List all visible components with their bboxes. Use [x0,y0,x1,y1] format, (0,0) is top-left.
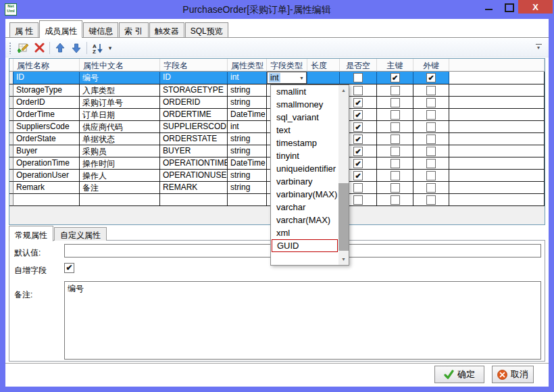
cell-property-name[interactable]: OrderTime [14,109,80,121]
cell-primary-key-checkbox[interactable] [377,145,413,157]
cell-primary-key-checkbox[interactable] [377,170,413,182]
primary-key-checkbox[interactable] [391,183,400,193]
cell-property-type[interactable]: int [228,72,267,84]
primary-key-checkbox[interactable] [391,147,400,156]
cell-chinese-name[interactable]: 入库类型 [80,84,160,97]
nullable-checkbox[interactable]: ✔ [353,134,363,144]
cell-property-name[interactable]: ID [14,72,80,84]
column-header[interactable]: 主键 [377,59,413,72]
cell-primary-key-checkbox[interactable] [377,182,413,194]
cell-field-name[interactable]: OPERATIONUSER [160,170,228,182]
column-header[interactable]: 属性名称 [14,59,80,72]
toolbar-overflow-button[interactable]: ▾ [534,44,543,49]
cell-property-name[interactable]: OrderID [14,97,80,109]
nullable-checkbox[interactable] [353,195,363,205]
cell-chinese-name[interactable]: 订单日期 [80,109,160,121]
sort-button[interactable]: A Z [89,41,105,55]
cell-foreign-key-checkbox[interactable] [413,194,449,206]
cell-primary-key-checkbox[interactable] [377,121,413,133]
nullable-checkbox[interactable]: ✔ [353,110,363,120]
maximize-button[interactable] [500,0,519,15]
cell-field-name[interactable]: ID [160,72,228,84]
foreign-key-checkbox[interactable] [426,134,436,144]
dropdown-item-uniqueidentifier[interactable]: uniqueidentifier [272,162,338,175]
primary-key-checkbox[interactable] [391,110,400,120]
tab-properties[interactable]: 属 性 [9,22,39,37]
scrollbar-thumb[interactable] [338,183,349,251]
auto-increment-checkbox[interactable]: ✔ [64,263,74,273]
cell-property-type[interactable]: string [228,133,267,145]
remark-textarea[interactable]: 编号 [64,281,541,360]
dropdown-scrollbar[interactable]: ▲ ▼ [338,85,349,265]
tab-general-properties[interactable]: 常规属性 [9,226,53,241]
cancel-button[interactable]: 取消 [492,366,534,383]
foreign-key-checkbox[interactable] [426,159,436,168]
cell-field-name[interactable]: ORDERSTATE [160,133,228,145]
dropdown-item-varchar[interactable]: varchar [272,201,338,214]
close-button[interactable]: X [518,0,553,14]
nullable-checkbox[interactable] [353,73,363,82]
tab-indexes[interactable]: 索 引 [119,22,148,37]
toolbar-grip[interactable] [9,42,11,54]
foreign-key-checkbox[interactable]: ✔ [426,73,436,82]
column-header[interactable]: 长度 [307,59,340,72]
foreign-key-checkbox[interactable] [426,98,436,107]
column-header[interactable]: 外键 [413,59,449,72]
dropdown-item-text[interactable]: text [272,124,338,137]
minimize-button[interactable] [478,0,499,15]
nullable-checkbox[interactable] [353,183,363,193]
tab-custom-properties[interactable]: 自定义属性 [54,227,107,241]
cell-chinese-name[interactable]: 采购员 [80,145,160,157]
cell-chinese-name[interactable]: 备注 [80,182,160,194]
column-header[interactable]: 字段类型 [267,59,307,72]
cell-foreign-key-checkbox[interactable] [413,133,449,145]
primary-key-checkbox[interactable] [391,195,400,205]
nullable-checkbox[interactable]: ✔ [353,147,363,156]
scroll-down-icon[interactable]: ▼ [338,254,349,265]
cell-property-name[interactable]: Buyer [14,145,80,157]
foreign-key-checkbox[interactable] [426,195,436,205]
table-row[interactable]: ID编号IDintint▼✔✔ [9,72,545,84]
cell-foreign-key-checkbox[interactable] [413,121,449,133]
cell-property-type[interactable]: string [228,84,267,97]
cell-property-type[interactable]: DateTime [228,157,267,170]
primary-key-checkbox[interactable] [391,159,400,168]
cell-chinese-name[interactable] [80,194,160,206]
dropdown-item-tinyint[interactable]: tinyint [272,149,338,162]
cell-nullable-checkbox[interactable] [340,72,377,84]
foreign-key-checkbox[interactable] [426,122,436,132]
tab-triggers[interactable]: 触发器 [149,22,184,37]
cell-foreign-key-checkbox[interactable] [413,84,449,97]
column-header[interactable]: 字段名 [160,59,228,72]
cell-chinese-name[interactable]: 单据状态 [80,133,160,145]
dropdown-item-guid[interactable]: GUID [272,239,338,252]
cell-property-name[interactable]: Remark [14,182,80,194]
cell-primary-key-checkbox[interactable] [377,133,413,145]
dropdown-item-timestamp[interactable]: timestamp [272,137,338,149]
primary-key-checkbox[interactable] [391,134,400,144]
cell-foreign-key-checkbox[interactable] [413,109,449,121]
cell-property-type[interactable]: string [228,170,267,182]
nullable-checkbox[interactable] [353,86,363,95]
tab-key-info[interactable]: 键信息 [83,22,118,37]
cell-property-type[interactable]: string [228,97,267,109]
dropdown-item-varbinary[interactable]: varbinary [272,175,338,188]
cell-field-name[interactable]: BUYER [160,145,228,157]
cell-primary-key-checkbox[interactable] [377,97,413,109]
primary-key-checkbox[interactable]: ✔ [391,73,400,82]
cell-chinese-name[interactable]: 操作人 [80,170,160,182]
cell-foreign-key-checkbox[interactable] [413,170,449,182]
field-type-combobox[interactable]: int▼ [267,72,307,84]
tab-member-properties[interactable]: 成员属性 [39,20,82,38]
nullable-checkbox[interactable]: ✔ [353,159,363,168]
cell-primary-key-checkbox[interactable] [377,109,413,121]
cell-foreign-key-checkbox[interactable] [413,97,449,109]
cell-foreign-key-checkbox[interactable] [413,182,449,194]
nullable-checkbox[interactable]: ✔ [353,98,363,107]
cell-primary-key-checkbox[interactable] [377,194,413,206]
cell-property-type[interactable]: string [228,182,267,194]
cell-property-type[interactable]: string [228,145,267,157]
cell-field-type[interactable]: int▼ [267,72,307,84]
foreign-key-checkbox[interactable] [426,86,436,95]
primary-key-checkbox[interactable] [391,122,400,132]
